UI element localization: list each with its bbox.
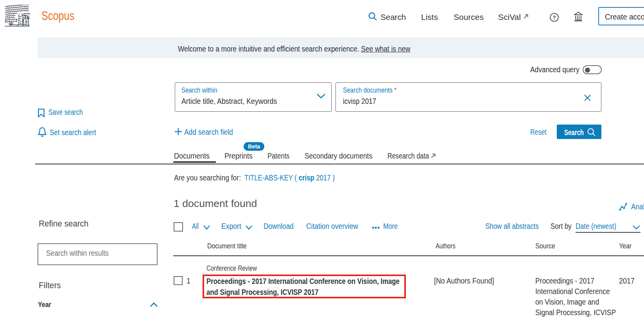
svg-text:?: ? [553,14,556,21]
